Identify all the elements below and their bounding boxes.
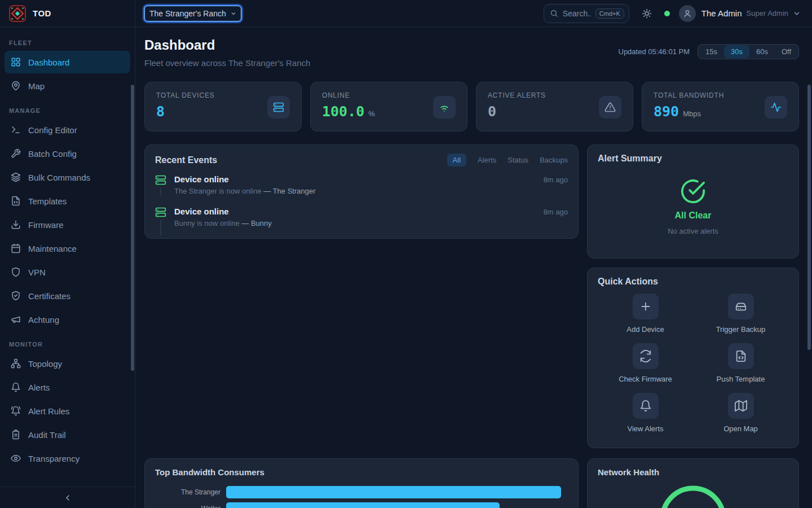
page-title: Dashboard	[144, 37, 310, 53]
sidebar-scrollbar[interactable]	[131, 85, 134, 371]
stat-card-total-bandwidth: TOTAL BANDWIDTH 890 Mbps	[642, 82, 799, 132]
stat-value: 8	[156, 103, 165, 120]
sidebar-item-transparency[interactable]: Transparency	[5, 447, 130, 470]
user-role: Super Admin	[747, 9, 788, 17]
sidebar-item-topology[interactable]: Topology	[5, 352, 130, 375]
refresh-interval-60s[interactable]: 60s	[749, 45, 775, 58]
recent-events-panel: Recent Events All Alerts Status Backups	[144, 144, 579, 239]
sidebar-item-templates[interactable]: Templates	[5, 190, 130, 212]
sidebar-footer	[0, 487, 135, 508]
sidebar-item-label: Firmware	[28, 220, 64, 230]
search-box[interactable]: Cmd+K	[544, 4, 629, 23]
megaphone-icon	[11, 314, 21, 325]
activity-icon	[770, 102, 782, 113]
sidebar-item-label: Audit Trail	[28, 430, 66, 440]
main-content: Dashboard Fleet overview across The Stra…	[135, 27, 812, 508]
chevron-left-icon	[63, 493, 72, 502]
sidebar-item-map[interactable]: Map	[5, 75, 130, 97]
app-name: TOD	[33, 8, 51, 18]
bar	[226, 502, 500, 508]
topbar-right: Cmd+K The Admin Super Admin	[544, 4, 812, 23]
event-filter-tabs: All Alerts Status Backups	[447, 154, 568, 167]
stat-value: 0	[488, 103, 496, 120]
sidebar-item-alert-rules[interactable]: Alert Rules	[5, 400, 130, 422]
nav-section-monitor: MONITOR	[0, 335, 135, 351]
collapse-sidebar-button[interactable]	[63, 493, 72, 502]
check-circle-icon	[680, 178, 706, 204]
eye-icon	[11, 453, 21, 463]
site-selector[interactable]: The Stranger's Ranch	[144, 6, 241, 21]
shield-icon	[11, 267, 21, 277]
quick-action-label: Trigger Backup	[716, 325, 766, 334]
sidebar-item-maintenance[interactable]: Maintenance	[5, 237, 130, 260]
refresh-interval-30s[interactable]: 30s	[724, 45, 749, 58]
sidebar-item-vpn[interactable]: VPN	[5, 261, 130, 283]
stat-cards: TOTAL DEVICES 8 ONLINE 100.0 %	[144, 82, 799, 132]
add-device-button[interactable]: Add Device	[598, 294, 693, 334]
avatar[interactable]	[679, 5, 696, 22]
app-logo-icon	[9, 5, 26, 22]
network-health-gauge: 100	[659, 485, 727, 508]
wifi-icon	[439, 102, 450, 113]
bandwidth-chart-panel: Top Bandwidth Consumers The Stranger Wal…	[144, 458, 579, 508]
view-alerts-button[interactable]: View Alerts	[598, 393, 693, 433]
sidebar-item-batch-config[interactable]: Batch Config	[5, 142, 130, 165]
user-menu-button[interactable]	[793, 10, 801, 17]
event-list: Device online 8m ago The Stranger is now…	[155, 174, 568, 230]
search-icon	[550, 9, 558, 17]
alert-summary-title: Alert Summary	[598, 154, 788, 164]
hard-drive-icon	[735, 300, 747, 313]
event-row: Device online 8m ago The Stranger is now…	[155, 174, 568, 207]
stat-value: 890	[654, 103, 679, 120]
download-icon	[11, 220, 21, 230]
event-time: 8m ago	[544, 208, 568, 216]
sidebar-item-dashboard[interactable]: Dashboard	[5, 51, 130, 73]
recent-events-title: Recent Events	[155, 155, 217, 165]
sidebar-nav: FLEET Dashboard Map MANAGE Config	[0, 27, 135, 487]
bell-icon	[11, 382, 21, 392]
event-tab-alerts[interactable]: Alerts	[478, 154, 496, 167]
map-pin-icon	[11, 81, 21, 91]
event-tab-status[interactable]: Status	[508, 154, 528, 167]
user-name: The Admin	[701, 8, 742, 18]
event-tab-all[interactable]: All	[447, 154, 466, 167]
updated-timestamp: Updated 05:46:01 PM	[619, 47, 690, 56]
sidebar-item-certificates[interactable]: Certificates	[5, 284, 130, 307]
server-icon	[155, 174, 166, 186]
event-title: Device online	[174, 174, 229, 184]
bar	[226, 486, 561, 498]
sidebar-item-label: Bulk Commands	[28, 173, 90, 182]
event-title: Device online	[174, 207, 229, 216]
nav-section-manage: MANAGE	[0, 102, 135, 117]
bar-label: The Stranger	[155, 488, 226, 496]
quick-action-label: Open Map	[723, 424, 758, 433]
sidebar-item-bulk-commands[interactable]: Bulk Commands	[5, 166, 130, 189]
network-health-score: 100	[659, 485, 727, 508]
sidebar-item-label: Map	[28, 81, 45, 91]
sidebar-item-achtung[interactable]: Achtung	[5, 308, 130, 331]
sidebar-item-audit-trail[interactable]: Audit Trail	[5, 423, 130, 446]
open-map-button[interactable]: Open Map	[693, 393, 788, 433]
sidebar-item-alerts[interactable]: Alerts	[5, 376, 130, 398]
stat-suffix: %	[368, 110, 375, 118]
sidebar-item-config-editor[interactable]: Config Editor	[5, 119, 130, 141]
bell-icon	[639, 400, 652, 412]
bandwidth-chart-title: Top Bandwidth Consumers	[155, 467, 264, 477]
search-input[interactable]	[563, 9, 591, 18]
refresh-interval-off[interactable]: Off	[775, 45, 798, 58]
event-tab-backups[interactable]: Backups	[540, 154, 568, 167]
sidebar-item-firmware[interactable]: Firmware	[5, 213, 130, 236]
check-firmware-button[interactable]: Check Firmware	[598, 343, 693, 383]
main-scrollbar[interactable]	[807, 85, 811, 350]
push-template-button[interactable]: Push Template	[693, 343, 788, 383]
shield-check-icon	[11, 291, 21, 301]
plus-icon	[639, 300, 652, 313]
page-header: Dashboard Fleet overview across The Stra…	[144, 37, 799, 68]
sidebar-item-label: Batch Config	[28, 149, 77, 159]
refresh-interval-15s[interactable]: 15s	[699, 45, 724, 58]
calendar-icon	[11, 243, 21, 253]
trigger-backup-button[interactable]: Trigger Backup	[693, 294, 788, 334]
alert-summary-detail: No active alerts	[668, 227, 718, 235]
refresh-interval-control: 15s 30s 60s Off	[698, 44, 799, 59]
theme-toggle-button[interactable]	[642, 8, 652, 19]
